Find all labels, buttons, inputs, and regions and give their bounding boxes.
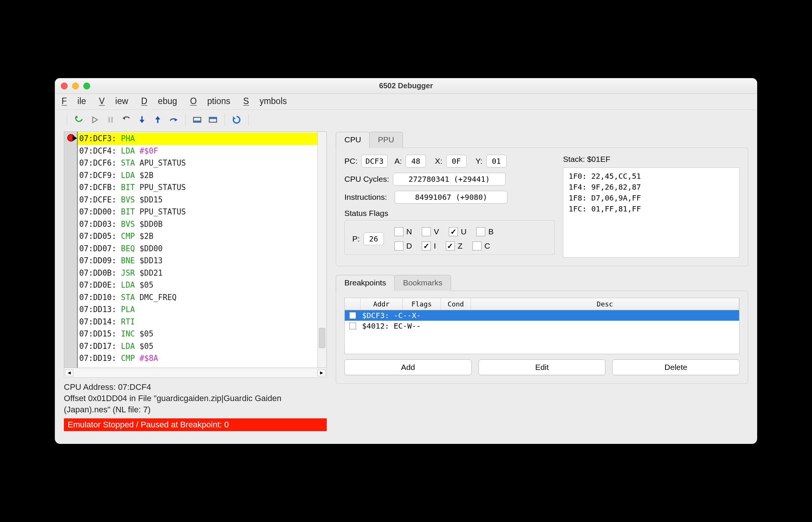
flag-checkbox[interactable] [422,227,431,236]
panel-upper-icon[interactable] [205,113,221,126]
bp-col-flags[interactable]: Flags [403,298,441,310]
disasm-line[interactable]: 07:DD19: CMP #$8A [78,352,317,365]
disasm-line[interactable]: 07:DD10: STA DMC_FREQ [78,291,317,304]
info-text: CPU Address: 07:DCF4 Offset 0x01DD04 in … [64,382,327,415]
bp-tabs: Breakpoints Bookmarks [336,275,748,291]
toolbar [55,110,757,131]
step-into-icon[interactable] [134,113,150,126]
disasm-line[interactable]: 07:DCFE: BVS $DD15 [78,194,317,206]
bp-col-desc[interactable]: Desc [471,298,739,310]
status-bar: Emulator Stopped / Paused at Breakpoint:… [64,418,327,431]
flag-label: I [434,241,436,250]
scrollbar-vertical[interactable] [317,132,326,368]
disasm-line[interactable]: 07:DD13: PLA [78,303,317,316]
p-label: P: [352,234,360,243]
bp-add-button[interactable]: Add [344,359,472,375]
disasm-line[interactable]: 07:DCF9: LDA $2B [78,169,317,182]
flag-i[interactable]: I [422,241,436,250]
a-field[interactable]: 48 [406,155,426,167]
flag-checkbox[interactable] [394,241,403,250]
flag-checkbox[interactable] [446,241,455,250]
p-field[interactable]: 26 [364,232,384,245]
toolbar-sep [67,113,67,126]
step-out-icon[interactable] [150,113,166,126]
flag-d[interactable]: D [394,241,412,250]
tab-breakpoints[interactable]: Breakpoints [336,275,395,291]
flag-c[interactable]: C [472,241,490,250]
x-field[interactable]: 0F [446,155,466,167]
bp-buttons: Add Edit Delete [344,359,740,375]
disasm-line[interactable]: 07:DD0E: LDA $05 [78,279,317,291]
bp-delete-button[interactable]: Delete [612,359,740,375]
bp-col-addr[interactable]: Addr [361,298,403,310]
disassembly-view[interactable]: 07:DCF3: PHA07:DCF4: LDA #$0F07:DCF6: ST… [64,131,327,368]
flag-checkbox[interactable] [422,241,431,250]
disasm-line[interactable]: 07:DCFB: BIT PPU_STATUS [78,181,317,194]
flag-label: D [406,241,412,250]
menu-options[interactable]: Options [190,96,230,106]
flag-v[interactable]: V [422,227,439,236]
step-back-icon[interactable] [118,113,134,126]
flag-b[interactable]: B [476,227,494,236]
pause-icon[interactable] [103,113,118,126]
pc-arrow-icon [72,135,77,141]
bp-edit-button[interactable]: Edit [478,359,606,375]
bp-row[interactable]: $4012: EC-W-- [345,321,739,331]
flag-checkbox[interactable] [449,227,458,236]
flag-checkbox[interactable] [394,227,403,236]
svg-rect-0 [109,117,110,122]
a-label: A: [394,157,402,166]
disasm-line[interactable]: 07:DD0B: JSR $DD21 [78,267,317,279]
flag-checkbox[interactable] [476,227,485,236]
flag-label: N [406,227,412,236]
disasm-line[interactable]: 07:DD03: BVS $DD0B [78,218,317,231]
svg-rect-1 [111,117,113,122]
disasm-line[interactable]: 07:DCF6: STA APU_STATUS [78,157,317,169]
flag-u[interactable]: U [449,227,466,236]
disasm-gutter [64,132,78,368]
disasm-line[interactable]: 07:DCF4: LDA #$0F [78,145,317,157]
pc-field[interactable]: DCF3 [361,155,388,167]
flag-checkbox[interactable] [472,241,481,250]
disasm-line[interactable]: 07:DD09: BNE $DD13 [78,255,317,267]
continue-icon[interactable] [87,113,103,126]
run-icon[interactable] [71,113,87,126]
y-field[interactable]: 01 [486,155,507,167]
tab-ppu[interactable]: PPU [369,132,403,148]
scroll-left-icon[interactable]: ◀ [65,370,73,376]
disasm-line[interactable]: 07:DD05: CMP $2B [78,230,317,243]
flag-n[interactable]: N [394,227,412,236]
disasm-line[interactable]: 07:DD17: LDA $05 [78,340,317,353]
reload-icon[interactable] [229,113,245,126]
cpu-section: CPU PPU PC: DCF3 A: 48 X: 0F [336,131,748,266]
stack-list[interactable]: 1F0: 22,45,CC,51 1F4: 9F,26,82,87 1F8: D… [563,167,740,258]
disasm-line[interactable]: 07:DD14: RTI [78,316,317,328]
bp-checkbox[interactable] [349,323,356,329]
menu-file[interactable]: File [62,96,86,106]
bp-col-cond[interactable]: Cond [441,298,471,310]
menubar: File View Debug Options Symbols [55,94,757,110]
menu-view[interactable]: View [99,96,128,106]
tab-bookmarks[interactable]: Bookmarks [394,275,451,291]
scrollbar-horizontal[interactable]: ◀ ▶ [64,368,327,378]
bp-checkbox[interactable] [349,312,356,319]
step-over-icon[interactable] [166,113,181,126]
disasm-line[interactable]: 07:DCF3: PHA [78,133,317,145]
tab-cpu[interactable]: CPU [336,132,370,148]
disasm-line[interactable]: 07:DD15: INC $05 [78,328,317,340]
disasm-line[interactable]: 07:DD07: BEQ $DD00 [78,243,317,255]
panel-lower-icon[interactable] [189,113,205,126]
flag-z[interactable]: Z [446,241,463,250]
disasm-line[interactable]: 07:DD00: BIT PPU_STATUS [78,206,317,218]
cycles-field[interactable]: 272780341 (+29441) [393,173,506,186]
instr-field[interactable]: 84991067 (+9080) [395,191,507,204]
bp-panel: Addr Flags Cond Desc $DCF3: -C--X-$4012:… [336,291,748,384]
pc-label: PC: [344,157,358,166]
menu-symbols[interactable]: Symbols [243,96,287,106]
scroll-right-icon[interactable]: ▶ [317,370,326,376]
menu-debug[interactable]: Debug [141,96,177,106]
toolbar-sep [248,113,249,126]
window: 6502 Debugger File View Debug Options Sy… [55,78,757,444]
bp-row[interactable]: $DCF3: -C--X- [345,310,739,321]
bp-table[interactable]: Addr Flags Cond Desc $DCF3: -C--X-$4012:… [344,298,740,354]
